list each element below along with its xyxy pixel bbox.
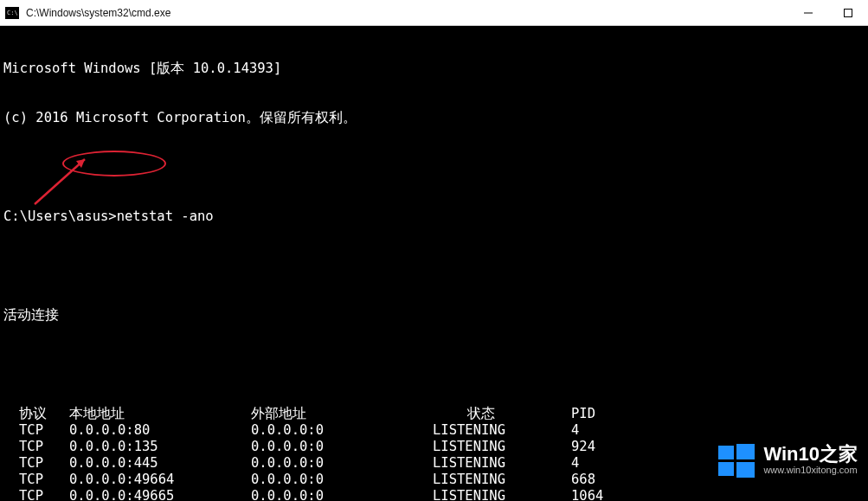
section-title: 活动连接 bbox=[3, 307, 865, 324]
table-row: TCP0.0.0.0:496650.0.0.0:0LISTENING1064 bbox=[19, 488, 603, 501]
cell: TCP bbox=[19, 488, 69, 501]
svg-rect-8 bbox=[736, 444, 755, 459]
table-row: TCP0.0.0.0:4450.0.0.0:0LISTENING4 bbox=[19, 455, 603, 472]
cell: 4 bbox=[571, 422, 603, 439]
watermark-url: www.win10xitong.com bbox=[763, 464, 858, 476]
maximize-button[interactable] bbox=[828, 0, 868, 25]
svg-text:C:\: C:\ bbox=[7, 10, 18, 16]
cell: 0.0.0.0:0 bbox=[251, 439, 433, 455]
table-row: TCP0.0.0.0:496640.0.0.0:0LISTENING668 bbox=[19, 472, 603, 488]
table-row: TCP0.0.0.0:800.0.0.0:0LISTENING4 bbox=[19, 422, 603, 439]
cell: 0.0.0.0:0 bbox=[251, 488, 433, 501]
cell: LISTENING bbox=[433, 472, 571, 488]
svg-rect-10 bbox=[736, 462, 755, 478]
blank-line bbox=[3, 356, 865, 373]
cell: 0.0.0.0:49664 bbox=[69, 472, 251, 488]
svg-rect-7 bbox=[718, 446, 734, 459]
watermark: Win10之家 www.win10xitong.com bbox=[717, 440, 858, 480]
cell: LISTENING bbox=[433, 455, 571, 472]
watermark-title: Win10之家 bbox=[763, 445, 858, 464]
cell: 924 bbox=[571, 439, 603, 455]
cell: 0.0.0.0:0 bbox=[251, 472, 433, 488]
svg-rect-4 bbox=[845, 9, 852, 16]
col-local: 本地地址 bbox=[69, 406, 251, 422]
cell: 0.0.0.0:49665 bbox=[69, 488, 251, 501]
cell: TCP bbox=[19, 439, 69, 455]
window-title: C:\Windows\system32\cmd.exe bbox=[24, 7, 788, 19]
cell: 0.0.0.0:135 bbox=[69, 439, 251, 455]
prompt-prefix: C:\Users\asus> bbox=[3, 209, 117, 224]
copyright-line: (c) 2016 Microsoft Corporation。保留所有权利。 bbox=[3, 110, 865, 126]
cell: 4 bbox=[571, 455, 603, 472]
command-text: netstat -ano bbox=[117, 209, 214, 224]
minimize-button[interactable] bbox=[788, 0, 828, 25]
cell: 0.0.0.0:0 bbox=[251, 422, 433, 439]
cell: LISTENING bbox=[433, 488, 571, 501]
connections-table: 协议 本地地址 外部地址 状态 PID TCP0.0.0.0:800.0.0.0… bbox=[19, 406, 603, 501]
blank-line bbox=[3, 159, 865, 176]
cell: 0.0.0.0:80 bbox=[69, 422, 251, 439]
table-header-row: 协议 本地地址 外部地址 状态 PID bbox=[19, 406, 603, 422]
cmd-icon: C:\ bbox=[0, 1, 24, 25]
col-foreign: 外部地址 bbox=[251, 406, 433, 422]
version-line: Microsoft Windows [版本 10.0.14393] bbox=[3, 61, 865, 77]
cell: TCP bbox=[19, 422, 69, 439]
window-controls bbox=[788, 0, 868, 25]
title-bar: C:\ C:\Windows\system32\cmd.exe bbox=[0, 0, 868, 26]
col-proto: 协议 bbox=[19, 406, 69, 422]
cell: TCP bbox=[19, 472, 69, 488]
cell: 668 bbox=[571, 472, 603, 488]
windows-logo-icon bbox=[717, 440, 756, 480]
cell: LISTENING bbox=[433, 439, 571, 455]
cell: LISTENING bbox=[433, 422, 571, 439]
cell: 0.0.0.0:445 bbox=[69, 455, 251, 472]
cell: 1064 bbox=[571, 488, 603, 501]
terminal-output[interactable]: Microsoft Windows [版本 10.0.14393] (c) 20… bbox=[0, 26, 868, 501]
col-state: 状态 bbox=[433, 406, 571, 422]
blank-line bbox=[3, 258, 865, 274]
cell: TCP bbox=[19, 455, 69, 472]
prompt-line: C:\Users\asus>netstat -ano bbox=[3, 209, 865, 225]
cell: 0.0.0.0:0 bbox=[251, 455, 433, 472]
svg-rect-9 bbox=[718, 462, 734, 476]
table-row: TCP0.0.0.0:1350.0.0.0:0LISTENING924 bbox=[19, 439, 603, 455]
col-pid: PID bbox=[571, 406, 603, 422]
